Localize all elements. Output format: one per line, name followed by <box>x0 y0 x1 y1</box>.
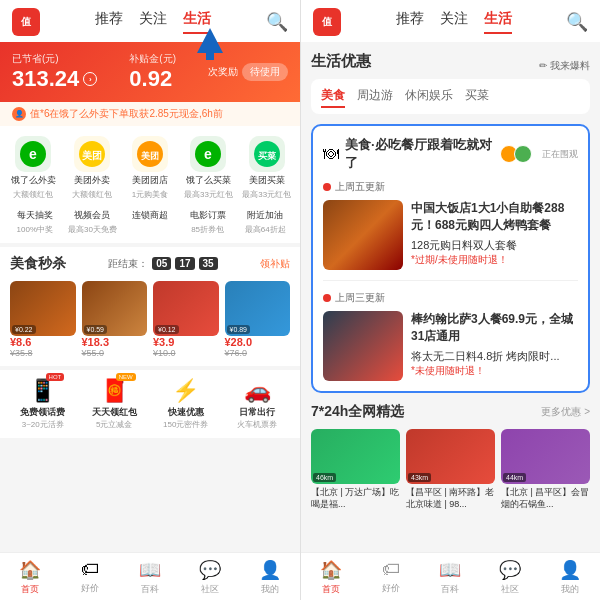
use-button[interactable]: 待使用 <box>242 63 288 81</box>
promo-red-packet[interactable]: 🧧NEW 天天领红包 5元立减金 <box>82 378 148 430</box>
left-nav-home[interactable]: 🏠 首页 <box>0 559 60 596</box>
subsidy-label: 补贴金(元) <box>129 52 176 66</box>
mini-item-1[interactable]: 46km 【北京 | 万达广场】吃喝是福... <box>311 429 400 510</box>
mini-img-2: 43km <box>406 429 495 484</box>
right-nav-follow[interactable]: 关注 <box>440 10 468 34</box>
right-nav-deals[interactable]: 🏷 好价 <box>361 559 421 596</box>
report-button[interactable]: ✏ 我来爆料 <box>539 59 590 73</box>
eleme-grocery-icon-item[interactable]: e 饿了么买菜 最高33元红包 <box>183 136 233 200</box>
promo-red-packet-sub: 5元立减金 <box>82 419 148 430</box>
icon-grid-row1: e 饿了么外卖 大额领红包 美团 美团外卖 大额领红包 美团 美团团店 1元购美… <box>0 126 300 206</box>
flash-item-4[interactable]: ¥0.89 ¥28.0 ¥76.0 <box>225 281 291 358</box>
flash-img-3: ¥0.12 <box>153 281 219 336</box>
savings-left: 已节省(元) 313.24 › <box>12 52 97 92</box>
right-nav-community[interactable]: 💬 社区 <box>480 559 540 596</box>
cat-tab-nearby[interactable]: 周边游 <box>357 85 393 108</box>
search-icon[interactable]: 🔍 <box>266 11 288 33</box>
section-724-more[interactable]: 更多优惠 > <box>541 405 590 419</box>
right-nav-home-label: 首页 <box>322 583 340 596</box>
meituan-grocery-icon-item[interactable]: 买菜 美团买菜 最高33元红包 <box>242 136 292 200</box>
timer-minutes: 17 <box>175 257 194 270</box>
promo-coupon-sub: 150元密件券 <box>153 419 219 430</box>
update-dot-2 <box>323 294 331 302</box>
right-search-icon[interactable]: 🔍 <box>566 11 588 33</box>
left-nav-home-label: 首页 <box>21 583 39 596</box>
right-logo: 值 <box>313 8 341 36</box>
flash-price-3: ¥3.9 <box>153 336 219 348</box>
section-title: 生活优惠 <box>311 52 371 71</box>
cashback-text: 值*6在饿了么外卖下单取获2.85元现金,6h前 <box>30 107 223 121</box>
promo-phone-label: 免费领话费 <box>10 406 76 419</box>
timer-hours: 05 <box>152 257 171 270</box>
daily-lottery-item[interactable]: 每天抽奖 100%中奖 <box>8 210 62 235</box>
flash-item-3[interactable]: ¥0.12 ¥3.9 ¥10.0 <box>153 281 219 358</box>
right-nav-wiki[interactable]: 📖 百科 <box>421 559 481 596</box>
food-article-note-1: *过期/未使用随时退！ <box>411 253 578 267</box>
right-nav-recommend[interactable]: 推荐 <box>396 10 424 34</box>
left-nav-profile[interactable]: 👤 我的 <box>240 559 300 596</box>
food-article-2[interactable]: 棒约翰比萨3人餐69.9元，全城31店通用 将太无二日料4.8折 烤肉限时...… <box>323 311 578 381</box>
subsidy-middle: 补贴金(元) 0.92 <box>129 52 176 92</box>
promo-coupon-label: 快速优惠 <box>153 406 219 419</box>
phone-icon: 📱HOT <box>29 378 56 404</box>
info-circle-icon[interactable]: › <box>83 72 97 86</box>
right-navigation: 推荐 关注 生活 <box>396 10 512 34</box>
left-panel: 值 推荐 关注 生活 🔍 已节省(元) 313.24 › 补贴金(元) 0.92… <box>0 0 300 600</box>
section-724-header: 7*24h全网精选 更多优惠 > <box>311 403 590 421</box>
video-member-item[interactable]: 视频会员 最高30天免费 <box>66 210 120 235</box>
right-nav-home[interactable]: 🏠 首页 <box>301 559 361 596</box>
meituan-grocery-sub: 最高33元红包 <box>242 189 291 200</box>
subsidy-amount: 0.92 <box>129 66 176 92</box>
meituan-waimai-label: 美团外卖 <box>74 175 110 186</box>
category-tabs: 美食 周边游 休闲娱乐 买菜 <box>311 79 590 114</box>
food-card[interactable]: 🍽 美食·必吃餐厅跟着吃就对了 正在围观 上周五更新 中国大饭店1大1小自助餐2… <box>311 124 590 393</box>
cat-tab-grocery[interactable]: 买菜 <box>465 85 489 108</box>
mini-item-2[interactable]: 43km 【昌平区 | 南环路】老北京味道 | 98... <box>406 429 495 510</box>
dist-badge-1: 46km <box>313 473 336 482</box>
promo-phone-fee[interactable]: 📱HOT 免费领话费 3~20元活券 <box>10 378 76 430</box>
nearby-gas-sub: 最高64折起 <box>245 224 286 235</box>
flash-item-1[interactable]: ¥0.22 ¥8.6 ¥35.8 <box>10 281 76 358</box>
avatar-2 <box>514 145 532 163</box>
eleme-icon-item[interactable]: e 饿了么外卖 大额领红包 <box>8 136 58 200</box>
home-icon: 🏠 <box>19 559 41 581</box>
flash-price-2: ¥18.3 <box>82 336 148 348</box>
promo-travel[interactable]: 🚗 日常出行 火车机票券 <box>225 378 291 430</box>
left-nav-deals-label: 好价 <box>81 582 99 595</box>
meituan-store-sub: 1元购美食 <box>132 189 168 200</box>
left-nav-deals[interactable]: 🏷 好价 <box>60 559 120 596</box>
bottom-promo-section: 📱HOT 免费领话费 3~20元活券 🧧NEW 天天领红包 5元立减金 ⚡ 快速… <box>0 370 300 438</box>
section-724: 7*24h全网精选 更多优惠 > 46km 【北京 | 万达广场】吃喝是福...… <box>311 403 590 510</box>
promo-travel-sub: 火车机票券 <box>225 419 291 430</box>
food-article-sub-1: 128元购日料双人套餐 <box>411 238 578 253</box>
watching-avatars <box>504 145 532 163</box>
nearby-gas-item[interactable]: 附近加油 最高64折起 <box>238 210 292 235</box>
cat-tab-leisure[interactable]: 休闲娱乐 <box>405 85 453 108</box>
right-bottom-navigation: 🏠 首页 🏷 好价 📖 百科 💬 社区 👤 我的 <box>301 552 600 600</box>
flash-items-grid: ¥0.22 ¥8.6 ¥35.8 ¥0.59 ¥18.3 ¥55.0 ¥0.12… <box>10 281 290 358</box>
left-nav-community-label: 社区 <box>201 583 219 596</box>
flash-item-2[interactable]: ¥0.59 ¥18.3 ¥55.0 <box>82 281 148 358</box>
daily-lottery-label: 每天抽奖 <box>17 210 53 221</box>
left-nav-recommend[interactable]: 推荐 <box>95 10 123 34</box>
left-nav-community[interactable]: 💬 社区 <box>180 559 240 596</box>
svg-text:美团: 美团 <box>140 150 159 161</box>
movie-ticket-item[interactable]: 电影订票 85折券包 <box>181 210 235 235</box>
mini-item-3[interactable]: 44km 【北京 | 昌平区】会冒烟的石锅鱼... <box>501 429 590 510</box>
flash-orig-3: ¥10.0 <box>153 348 219 358</box>
left-nav-wiki[interactable]: 📖 百科 <box>120 559 180 596</box>
right-deals-icon: 🏷 <box>382 559 400 580</box>
left-nav-follow[interactable]: 关注 <box>139 10 167 34</box>
right-nav-life[interactable]: 生活 <box>484 10 512 34</box>
food-card-icon: 🍽 <box>323 145 339 163</box>
meituan-store-icon-item[interactable]: 美团 美团团店 1元购美食 <box>125 136 175 200</box>
right-nav-profile[interactable]: 👤 我的 <box>540 559 600 596</box>
chain-market-item[interactable]: 连锁商超 <box>123 210 177 235</box>
promo-coupon[interactable]: ⚡ 快速优惠 150元密件券 <box>153 378 219 430</box>
food-article-1[interactable]: 中国大饭店1大1小自助餐288元！688元购四人烤鸭套餐 128元购日料双人套餐… <box>323 200 578 281</box>
meituan-waimai-icon-item[interactable]: 美团 美团外卖 大额领红包 <box>66 136 116 200</box>
svg-rect-11 <box>206 52 214 60</box>
flash-more-btn[interactable]: 领补贴 <box>260 257 290 271</box>
food-article-content-1: 中国大饭店1大1小自助餐288元！688元购四人烤鸭套餐 128元购日料双人套餐… <box>411 200 578 270</box>
cat-tab-food[interactable]: 美食 <box>321 85 345 108</box>
